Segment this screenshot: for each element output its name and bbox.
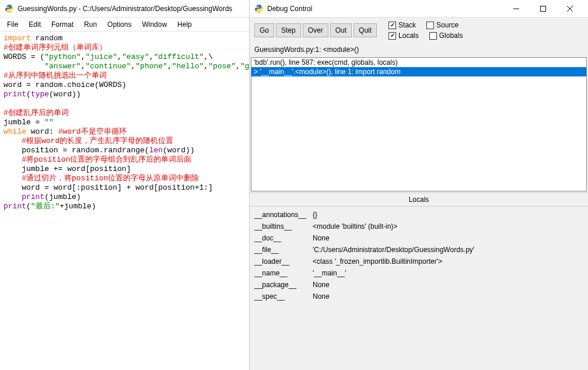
quit-button[interactable]: Quit	[354, 23, 377, 37]
stack-line-selected[interactable]: > '__main__'.<module>(), line 1: import …	[251, 67, 586, 76]
debug-status: GuessingWords.py:1: <module>()	[250, 43, 588, 56]
svg-rect-1	[541, 6, 546, 11]
stack-trace[interactable]: 'bdb'.run(), line 587: exec(cmd, globals…	[251, 57, 587, 191]
debug-window: Debug Control Go Step Over Out Quit	[250, 0, 588, 370]
maximize-button[interactable]	[530, 0, 556, 18]
go-button[interactable]: Go	[254, 23, 274, 37]
debug-titlebar: Debug Control	[250, 0, 588, 18]
debug-title: Debug Control	[267, 5, 499, 13]
editor-title: GuessingWords.py - C:/Users/Administrato…	[18, 5, 244, 13]
locals-row: __file__'C:/Users/Administrator/Desktop/…	[254, 244, 583, 256]
checkbox-icon	[388, 22, 396, 29]
editor-menubar: File Edit Format Run Options Window Help	[0, 18, 249, 32]
over-button[interactable]: Over	[303, 23, 328, 37]
minimize-button[interactable]	[503, 0, 530, 18]
locals-panel: __annotations__{} __builtins__<module 'b…	[250, 207, 588, 370]
locals-row: __builtins__<module 'builtins' (built-in…	[254, 221, 583, 232]
editor-titlebar: GuessingWords.py - C:/Users/Administrato…	[0, 0, 249, 18]
close-button[interactable]	[556, 0, 583, 18]
locals-row: __doc__None	[254, 232, 583, 244]
out-button[interactable]: Out	[330, 23, 352, 37]
source-checkbox[interactable]: Source	[426, 21, 459, 29]
locals-row: __package__None	[254, 279, 583, 291]
locals-header: Locals	[250, 193, 588, 207]
checkbox-icon	[388, 32, 396, 40]
editor-window: GuessingWords.py - C:/Users/Administrato…	[0, 0, 250, 370]
locals-row: __spec__None	[254, 291, 583, 302]
stack-line[interactable]: 'bdb'.run(), line 587: exec(cmd, globals…	[251, 58, 586, 67]
code-editor[interactable]: import random #创建单词序列元组（单词库） WORDS = ("p…	[0, 32, 249, 370]
menu-format[interactable]: Format	[47, 19, 78, 30]
python-icon	[5, 4, 14, 13]
menu-edit[interactable]: Edit	[24, 19, 46, 30]
checkbox-icon	[429, 32, 437, 40]
menu-run[interactable]: Run	[79, 19, 102, 30]
locals-row: __loader__<class '_frozen_importlib.Buil…	[254, 256, 583, 267]
stack-checkbox[interactable]: Stack	[388, 21, 416, 29]
locals-row: __annotations__{}	[254, 209, 583, 221]
checkbox-icon	[426, 22, 434, 29]
globals-checkbox[interactable]: Globals	[429, 32, 463, 40]
menu-options[interactable]: Options	[103, 19, 136, 30]
python-icon	[254, 4, 264, 13]
step-button[interactable]: Step	[276, 23, 301, 37]
menu-window[interactable]: Window	[137, 19, 172, 30]
debug-toolbar: Go Step Over Out Quit Stack Source	[250, 18, 588, 43]
locals-checkbox[interactable]: Locals	[388, 32, 419, 40]
window-controls	[503, 0, 583, 18]
locals-row: __name__'__main__'	[254, 267, 583, 279]
menu-file[interactable]: File	[2, 19, 23, 30]
menu-help[interactable]: Help	[173, 19, 197, 30]
